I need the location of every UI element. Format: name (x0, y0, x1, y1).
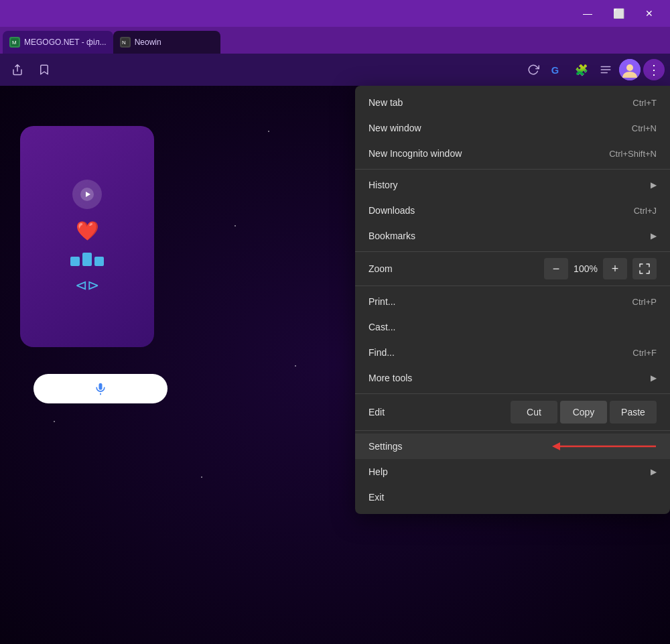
page-search-bar[interactable] (34, 374, 168, 403)
minimize-icon: — (583, 8, 592, 19)
menu-item-more-tools[interactable]: More tools ▶ (355, 365, 670, 391)
copy-button[interactable]: Copy (560, 401, 607, 424)
chrome-menu-button[interactable]: ⋮ (643, 59, 665, 80)
zoom-label: Zoom (368, 263, 544, 274)
zoom-minus-button[interactable]: − (544, 258, 568, 279)
bookmark-button[interactable] (32, 58, 56, 82)
red-arrow-icon (552, 440, 659, 453)
menu-item-find-label: Find... (368, 347, 606, 358)
menu-item-exit[interactable]: Exit (355, 485, 670, 510)
star-decoration (54, 421, 55, 422)
star-decoration (295, 365, 296, 367)
cut-button[interactable]: Cut (511, 401, 557, 424)
help-arrow-icon: ▶ (651, 467, 657, 476)
menu-item-history[interactable]: History ▶ (355, 172, 670, 198)
title-bar-controls: — ⬜ ✕ (572, 0, 665, 27)
title-bar: — ⬜ ✕ (0, 0, 670, 27)
separator-4 (355, 393, 670, 394)
profile-avatar[interactable] (619, 59, 641, 80)
menu-item-downloads-label: Downloads (368, 205, 607, 216)
minimize-button[interactable]: — (572, 0, 603, 27)
share-decoration-icon: ⊲⊳ (75, 277, 99, 294)
menu-item-find-shortcut: Ctrl+F (632, 348, 657, 358)
translate-button[interactable]: G (547, 59, 568, 80)
edit-actions: Cut Copy Paste (508, 401, 657, 424)
menu-item-exit-label: Exit (368, 492, 657, 503)
svg-point-9 (626, 64, 633, 71)
menu-item-settings[interactable]: Settings (355, 434, 670, 459)
menu-item-print[interactable]: Print... Ctrl+P (355, 289, 670, 314)
zoom-value: 100% (568, 263, 603, 274)
tab-favicon-megogo: M (9, 37, 20, 48)
reload-button[interactable] (523, 59, 544, 80)
edit-row: Edit Cut Copy Paste (355, 397, 670, 428)
neowin-favicon-icon: N (121, 38, 129, 46)
menu-item-new-window[interactable]: New window Ctrl+N (355, 115, 670, 141)
zoom-controls: − 100% + (544, 258, 657, 279)
tab-label-neowin: Neowin (135, 38, 214, 47)
tab-favicon-neowin: N (120, 37, 131, 48)
svg-text:G: G (551, 65, 559, 76)
bookmarks-arrow-icon: ▶ (651, 231, 657, 241)
context-menu: New tab Ctrl+T New window Ctrl+N New Inc… (355, 86, 670, 514)
menu-item-bookmarks[interactable]: Bookmarks ▶ (355, 223, 670, 249)
settings-red-arrow (552, 440, 659, 453)
menu-item-bookmarks-label: Bookmarks (368, 231, 645, 241)
restore-icon: ⬜ (613, 8, 624, 19)
menu-item-cast[interactable]: Cast... (355, 314, 670, 340)
close-button[interactable]: ✕ (634, 0, 665, 27)
svg-rect-12 (99, 383, 103, 390)
puzzle-icon: 🧩 (575, 64, 588, 76)
history-arrow-icon: ▶ (651, 180, 657, 190)
separator-2 (355, 251, 670, 252)
menu-item-find[interactable]: Find... Ctrl+F (355, 340, 670, 365)
paste-button[interactable]: Paste (610, 401, 657, 424)
extensions-button[interactable]: 🧩 (571, 59, 592, 80)
play-icon (72, 180, 102, 209)
bookmark-icon (38, 64, 50, 76)
restore-button[interactable]: ⬜ (603, 0, 634, 27)
tab-neowin[interactable]: N Neowin (113, 31, 220, 54)
menu-item-new-incognito-shortcut: Ctrl+Shift+N (609, 149, 657, 159)
more-tools-arrow-icon: ▶ (651, 373, 657, 383)
table-items (70, 253, 104, 266)
separator-3 (355, 285, 670, 286)
menu-item-downloads[interactable]: Downloads Ctrl+J (355, 198, 670, 223)
tab-megogo[interactable]: M MEGOGO.NET - філ... (3, 31, 113, 54)
separator-5 (355, 430, 670, 431)
share-button[interactable] (5, 58, 29, 82)
tab-bar: M MEGOGO.NET - філ... N Neowin (0, 27, 670, 54)
separator-1 (355, 169, 670, 170)
menu-item-new-incognito[interactable]: New Incognito window Ctrl+Shift+N (355, 141, 670, 166)
zoom-row: Zoom − 100% + (355, 255, 670, 283)
media-icon (600, 64, 612, 76)
reload-icon (527, 64, 539, 76)
share-icon (11, 64, 23, 76)
menu-item-new-window-label: New window (368, 123, 605, 133)
svg-text:M: M (12, 40, 17, 46)
menu-item-cast-label: Cast... (368, 322, 657, 332)
page-card-illustration: ❤️ ⊲⊳ (20, 126, 154, 347)
fullscreen-icon (639, 263, 650, 274)
media-button[interactable] (595, 59, 616, 80)
menu-item-new-incognito-label: New Incognito window (368, 148, 582, 159)
menu-item-print-shortcut: Ctrl+P (632, 297, 657, 307)
menu-item-new-tab-shortcut: Ctrl+T (632, 98, 657, 108)
menu-item-help[interactable]: Help ▶ (355, 459, 670, 485)
menu-item-history-label: History (368, 180, 645, 190)
menu-item-help-label: Help (368, 466, 645, 477)
star-decoration (268, 131, 269, 132)
svg-text:N: N (122, 40, 126, 46)
close-icon: ✕ (645, 8, 653, 19)
menu-item-downloads-shortcut: Ctrl+J (634, 206, 657, 216)
avatar-image (619, 59, 641, 80)
zoom-plus-button[interactable]: + (603, 258, 627, 279)
zoom-fullscreen-button[interactable] (632, 258, 657, 279)
menu-item-new-window-shortcut: Ctrl+N (632, 123, 657, 133)
edit-label: Edit (368, 407, 508, 417)
megogo-favicon-icon: M (11, 38, 19, 46)
mic-icon (92, 381, 109, 397)
menu-item-new-tab[interactable]: New tab Ctrl+T (355, 90, 670, 115)
menu-item-new-tab-label: New tab (368, 97, 606, 108)
menu-item-more-tools-label: More tools (368, 373, 645, 383)
